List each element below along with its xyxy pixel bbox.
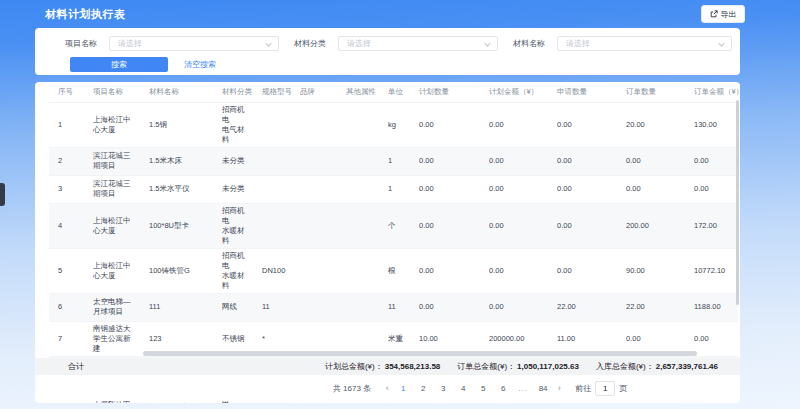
cell: 0.00	[480, 175, 548, 203]
page-number-button[interactable]: 1	[396, 381, 410, 396]
goto-page-input[interactable]	[595, 381, 615, 396]
prev-page-button[interactable]: ‹	[381, 383, 393, 393]
filter-material-category: 材料分类 请选择	[294, 36, 498, 51]
cell	[337, 293, 379, 321]
cell: 20.00	[617, 102, 685, 147]
next-page-button[interactable]: ›	[553, 383, 565, 393]
table-row: 3滨江花城三期项目1.5米水平仪未分类10.000.000.000.000.00	[49, 175, 738, 203]
table-panel: 序号项目名称材料名称材料分类规格型号品牌其他属性单位计划数量计划金额（¥）申请数…	[35, 82, 740, 403]
cell	[253, 203, 291, 248]
cell: 1.5钢	[140, 102, 213, 147]
cell: 太空电梯—月球项目	[84, 293, 140, 321]
page-number-list: 123456...84	[393, 381, 553, 396]
cell: 0.00	[548, 102, 617, 147]
cell: 130.00	[685, 102, 738, 147]
chevron-down-icon	[484, 40, 490, 46]
sidebar-collapsed-handle[interactable]	[0, 183, 5, 206]
search-button[interactable]: 搜索	[70, 57, 168, 72]
cell: 0.00	[410, 293, 480, 321]
cell: 172.00	[685, 203, 738, 248]
cell: 4	[49, 203, 84, 248]
cell: 1.5米木床	[140, 147, 213, 175]
cell: 3	[49, 175, 84, 203]
cell: 0.00	[410, 175, 480, 203]
cell: 0.00	[480, 293, 548, 321]
cell: kg	[379, 102, 410, 147]
cell: 0.00	[410, 102, 480, 147]
page-number-button[interactable]: 3	[436, 381, 450, 396]
cell: 0.00	[617, 175, 685, 203]
cell: 未分类	[213, 147, 253, 175]
table-row: 5上海松江中心大厦100铸铁管G招商机电 水暖材料DN100根0.000.000…	[49, 248, 738, 293]
material-category-select[interactable]: 请选择	[338, 36, 498, 51]
column-header: 申请数量	[548, 82, 617, 102]
material-name-select[interactable]: 请选择	[557, 36, 732, 51]
planned-total-amount: 计划总金额(¥)：354,568,213.58	[325, 361, 440, 372]
column-header: 其他属性	[337, 82, 379, 102]
cell: 0.00	[685, 175, 738, 203]
cell: 上海松江中心大厦	[84, 203, 140, 248]
vertical-scrollbar[interactable]	[736, 100, 739, 305]
horizontal-scrollbar[interactable]	[143, 351, 697, 356]
project-name-select[interactable]: 请选择	[109, 36, 279, 51]
page-number-button[interactable]: 6	[496, 381, 510, 396]
cell	[337, 147, 379, 175]
cell: 0.00	[685, 147, 738, 175]
planned-total-amount-value: 354,568,213.58	[385, 362, 441, 371]
cell	[291, 175, 337, 203]
order-total-amount-value: 1,050,117,025.63	[517, 362, 579, 371]
page-ellipsis: ...	[516, 381, 530, 396]
clear-search-button[interactable]: 清空搜索	[184, 59, 216, 70]
cell	[253, 102, 291, 147]
cell	[337, 248, 379, 293]
filter-actions: 搜索 清空搜索	[35, 57, 740, 72]
cell: 200.00	[617, 203, 685, 248]
page-number-button[interactable]: 84	[536, 381, 550, 396]
table-row: 6太空电梯—月球项目111网线11110.000.0022.0022.00118…	[49, 293, 738, 321]
export-button[interactable]: 导出	[701, 5, 745, 23]
filter-panel: 项目名称 请选择 材料分类 请选择 材料名称 请选择	[35, 28, 740, 75]
cell: 滨江花城三期项目	[84, 175, 140, 203]
page-number-button[interactable]: 5	[476, 381, 490, 396]
cell: 1.5米水平仪	[140, 175, 213, 203]
cell: 0.00	[548, 248, 617, 293]
cell	[253, 147, 291, 175]
column-header: 项目名称	[84, 82, 140, 102]
page-number-button[interactable]: 4	[456, 381, 470, 396]
cell: 111	[140, 293, 213, 321]
planned-total-amount-label: 计划总金额(¥)：	[325, 362, 383, 371]
cell	[337, 203, 379, 248]
page-number-button[interactable]: 2	[416, 381, 430, 396]
cell: 0.00	[548, 175, 617, 203]
cell: 5	[49, 248, 84, 293]
cell: 0.00	[480, 102, 548, 147]
cell: 0.00	[410, 248, 480, 293]
cell	[337, 175, 379, 203]
summary-items: 计划总金额(¥)：354,568,213.58 订单总金额(¥)：1,050,1…	[325, 361, 740, 372]
material-category-label: 材料分类	[294, 38, 326, 49]
project-name-placeholder: 请选择	[118, 38, 142, 49]
cell: 南钢盛达大学生公寓新建	[84, 321, 140, 356]
cell: 0.00	[548, 147, 617, 175]
cell	[291, 203, 337, 248]
column-header: 材料分类	[213, 82, 253, 102]
cell: 网线	[213, 293, 253, 321]
column-header: 品牌	[291, 82, 337, 102]
chevron-down-icon	[718, 40, 724, 46]
cell	[291, 248, 337, 293]
inbound-total-amount: 入库总金额(¥)：2,657,339,761.46	[596, 361, 718, 372]
cell: 2	[49, 147, 84, 175]
cell: 0.00	[410, 203, 480, 248]
filter-project-name: 项目名称 请选择	[65, 36, 279, 51]
table-header-row: 序号项目名称材料名称材料分类规格型号品牌其他属性单位计划数量计划金额（¥）申请数…	[49, 82, 738, 102]
cell: 个	[379, 203, 410, 248]
cell: 11	[379, 293, 410, 321]
goto-suffix: 页	[619, 383, 627, 394]
cell	[291, 147, 337, 175]
column-header: 计划数量	[410, 82, 480, 102]
material-category-placeholder: 请选择	[347, 38, 371, 49]
pagination-total: 共 1673 条	[333, 383, 371, 394]
cell: 滨江花城三期项目	[84, 147, 140, 175]
cell: 0.00	[480, 147, 548, 175]
column-header: 计划金额（¥）	[480, 82, 548, 102]
